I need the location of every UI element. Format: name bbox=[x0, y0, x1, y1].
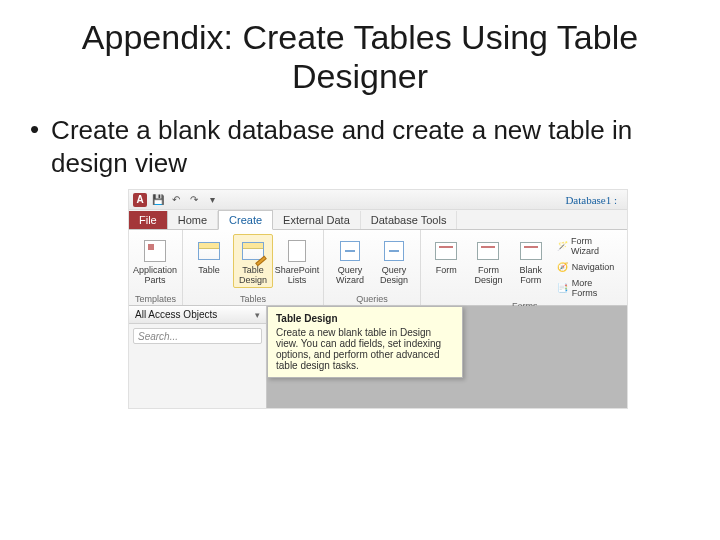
form-wizard-icon: 🪄 bbox=[557, 240, 568, 252]
ribbon: ApplicationParts Templates Table TableDe… bbox=[129, 230, 627, 306]
table-design-label: TableDesign bbox=[239, 266, 267, 285]
title-bar: A 💾 ↶ ↷ ▾ Database1 : bbox=[129, 190, 627, 210]
blank-form-icon bbox=[517, 237, 545, 265]
group-caption-templates: Templates bbox=[135, 293, 176, 304]
nav-pane-header[interactable]: All Access Objects ▾ bbox=[129, 306, 266, 324]
tooltip-title: Table Design bbox=[276, 313, 454, 324]
application-parts-icon bbox=[141, 237, 169, 265]
form-label: Form bbox=[436, 266, 457, 275]
body-area: All Access Objects ▾ Search... Table Des… bbox=[129, 306, 627, 408]
window-title: Database1 : bbox=[565, 194, 623, 206]
application-parts-label: ApplicationParts bbox=[133, 266, 177, 285]
tooltip-body: Create a new blank table in Design view.… bbox=[276, 327, 454, 371]
group-caption-tables: Tables bbox=[189, 293, 317, 304]
navigation-label: Navigation bbox=[572, 262, 615, 272]
nav-search-placeholder: Search... bbox=[138, 331, 178, 342]
tab-database-tools[interactable]: Database Tools bbox=[361, 211, 458, 229]
more-forms-label: More Forms bbox=[572, 278, 620, 298]
bullet-text: Create a blank database and create a new… bbox=[51, 114, 690, 179]
nav-search-input[interactable]: Search... bbox=[133, 328, 262, 344]
tooltip-table-design: Table Design Create a new blank table in… bbox=[267, 306, 463, 378]
navigation-button[interactable]: 🧭 Navigation bbox=[554, 259, 623, 275]
bullet-item: • Create a blank database and create a n… bbox=[30, 114, 690, 179]
table-button[interactable]: Table bbox=[189, 234, 229, 278]
forms-small-stack: 🪄 Form Wizard 🧭 Navigation 📑 More Forms bbox=[554, 234, 623, 300]
form-button[interactable]: Form bbox=[427, 234, 465, 278]
application-parts-button[interactable]: ApplicationParts bbox=[135, 234, 175, 288]
table-design-icon bbox=[239, 237, 267, 265]
access-window: A 💾 ↶ ↷ ▾ Database1 : File Home Create E… bbox=[128, 189, 628, 409]
form-design-icon bbox=[474, 237, 502, 265]
sharepoint-icon bbox=[283, 237, 311, 265]
ribbon-group-queries: QueryWizard QueryDesign Queries bbox=[324, 230, 421, 305]
qat-redo-button[interactable]: ↷ bbox=[187, 193, 201, 207]
form-wizard-label: Form Wizard bbox=[571, 236, 619, 256]
query-design-button[interactable]: QueryDesign bbox=[374, 234, 414, 288]
more-forms-icon: 📑 bbox=[557, 282, 569, 294]
navigation-pane: All Access Objects ▾ Search... bbox=[129, 306, 267, 408]
ribbon-group-tables: Table TableDesign SharePointLists Tables bbox=[183, 230, 324, 305]
bullet-dot-icon: • bbox=[30, 114, 39, 145]
form-design-button[interactable]: FormDesign bbox=[469, 234, 507, 288]
sharepoint-lists-button[interactable]: SharePointLists bbox=[277, 234, 317, 288]
tab-external-data[interactable]: External Data bbox=[273, 211, 361, 229]
tab-create[interactable]: Create bbox=[218, 210, 273, 230]
blank-form-button[interactable]: BlankForm bbox=[512, 234, 550, 288]
sharepoint-label: SharePointLists bbox=[275, 266, 320, 285]
query-wizard-icon bbox=[336, 237, 364, 265]
qat-customize-button[interactable]: ▾ bbox=[205, 193, 219, 207]
query-wizard-label: QueryWizard bbox=[336, 266, 364, 285]
query-design-label: QueryDesign bbox=[380, 266, 408, 285]
blank-form-label: BlankForm bbox=[519, 266, 542, 285]
chevron-down-icon: ▾ bbox=[255, 310, 260, 320]
qat-save-button[interactable]: 💾 bbox=[151, 193, 165, 207]
table-icon bbox=[195, 237, 223, 265]
qat-undo-button[interactable]: ↶ bbox=[169, 193, 183, 207]
group-caption-queries: Queries bbox=[330, 293, 414, 304]
table-design-button[interactable]: TableDesign bbox=[233, 234, 273, 288]
table-label: Table bbox=[198, 266, 220, 275]
tab-file[interactable]: File bbox=[129, 211, 168, 229]
ribbon-tabstrip: File Home Create External Data Database … bbox=[129, 210, 627, 230]
document-canvas: Table Design Create a new blank table in… bbox=[267, 306, 627, 408]
query-design-icon bbox=[380, 237, 408, 265]
form-wizard-button[interactable]: 🪄 Form Wizard bbox=[554, 234, 623, 258]
access-logo-icon: A bbox=[133, 193, 147, 207]
form-icon bbox=[432, 237, 460, 265]
query-wizard-button[interactable]: QueryWizard bbox=[330, 234, 370, 288]
form-design-label: FormDesign bbox=[474, 266, 502, 285]
slide-title: Appendix: Create Tables Using Table Desi… bbox=[40, 18, 680, 96]
slide: Appendix: Create Tables Using Table Desi… bbox=[0, 0, 720, 540]
more-forms-button[interactable]: 📑 More Forms bbox=[554, 276, 623, 300]
tab-home[interactable]: Home bbox=[168, 211, 218, 229]
ribbon-group-forms: Form FormDesign BlankForm 🪄 Form Wizard bbox=[421, 230, 628, 305]
navigation-icon: 🧭 bbox=[557, 261, 569, 273]
ribbon-group-templates: ApplicationParts Templates bbox=[129, 230, 183, 305]
nav-pane-title: All Access Objects bbox=[135, 309, 217, 320]
